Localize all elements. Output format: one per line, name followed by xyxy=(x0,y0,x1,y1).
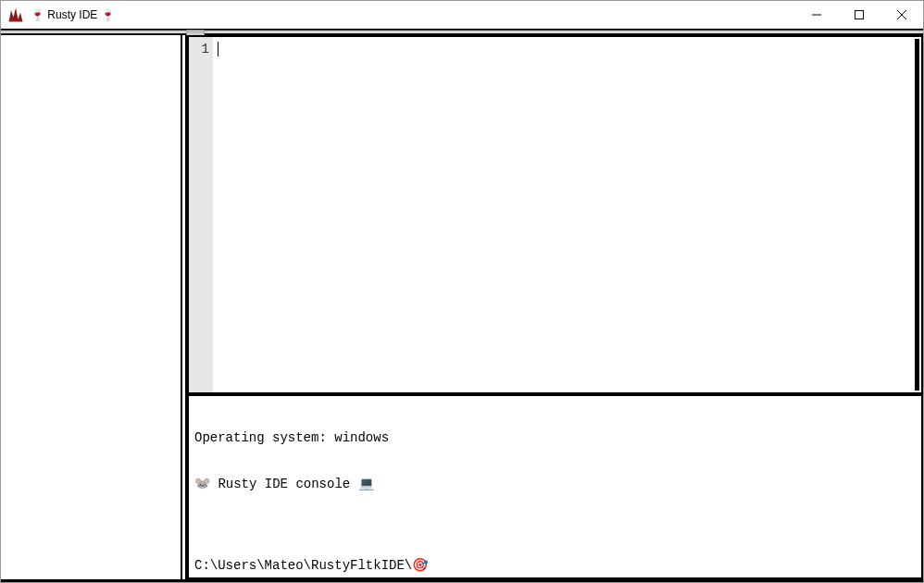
console-spacer xyxy=(194,522,916,557)
text-cursor-icon xyxy=(218,42,219,56)
computer-icon: 💻 xyxy=(358,477,374,491)
prompt-path: C:\Users\Mateo\RustyFltkIDE\ xyxy=(194,558,412,573)
mouse-icon: 🐭 xyxy=(194,477,210,491)
target-icon: 🎯 xyxy=(412,558,428,573)
vertical-splitter[interactable] xyxy=(181,35,187,579)
line-number-gutter: 1 xyxy=(189,37,213,392)
titlebar[interactable]: 🍷 Rusty IDE 🍷 xyxy=(1,1,923,29)
main-area: 1 Operating system: windows 🐭 Rusty IDE … xyxy=(1,35,923,579)
editor-stack: 1 Operating system: windows 🐭 Rusty IDE … xyxy=(187,35,923,579)
code-editor[interactable] xyxy=(213,37,921,392)
editor-scrollbar[interactable] xyxy=(915,39,919,391)
editor-pane[interactable]: 1 xyxy=(187,35,923,394)
window-root: 🍷 Rusty IDE 🍷 1 xyxy=(0,0,924,583)
console-output: Operating system: windows 🐭 Rusty IDE co… xyxy=(194,400,916,522)
maximize-button[interactable] xyxy=(838,1,880,29)
console-line: 🐭 Rusty IDE console 💻 xyxy=(194,476,916,492)
window-title: 🍷 Rusty IDE 🍷 xyxy=(31,8,115,21)
sidebar-panel[interactable] xyxy=(1,35,181,579)
console-text: Rusty IDE console xyxy=(210,477,358,491)
bottom-border xyxy=(1,579,923,582)
close-button[interactable] xyxy=(880,1,923,29)
svg-rect-1 xyxy=(855,10,864,19)
console-pane[interactable]: Operating system: windows 🐭 Rusty IDE co… xyxy=(187,394,923,579)
top-splitter[interactable] xyxy=(1,29,923,35)
console-line: Operating system: windows xyxy=(194,429,916,446)
app-icon xyxy=(6,6,25,24)
line-number: 1 xyxy=(189,41,209,57)
minimize-button[interactable] xyxy=(795,1,838,29)
console-prompt[interactable]: C:\Users\Mateo\RustyFltkIDE\🎯 xyxy=(194,557,916,574)
